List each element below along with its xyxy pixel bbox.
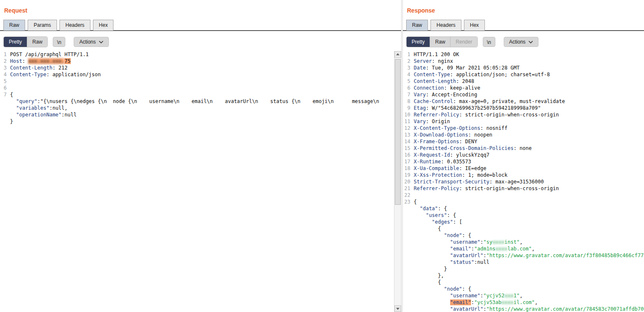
line-text: X-Ua-Compatible: IE=edge (414, 165, 486, 172)
line-number (403, 212, 414, 219)
line-number: 4 (403, 71, 414, 78)
code-line: 7Vary: Accept-Encoding (403, 91, 644, 98)
request-raw-button[interactable]: Raw (27, 37, 47, 47)
line-text: HTTP/1.1 200 OK (414, 51, 459, 58)
request-editor[interactable]: 1POST /api/graphql HTTP/1.12Host: xxx.xx… (0, 51, 394, 312)
code-line: } (0, 118, 394, 125)
line-number: 11 (403, 118, 414, 125)
line-text: X-Xss-Protection: 1; mode=block (414, 172, 507, 178)
response-editor[interactable]: 1HTTP/1.1 200 OK2Server: nginx3Date: Tue… (403, 51, 644, 312)
line-text: X-Request-Id: ylucskYzqq7 (414, 152, 489, 158)
line-number: 7 (403, 91, 414, 98)
line-number: 18 (403, 165, 414, 172)
line-number (403, 205, 414, 212)
request-pretty-button[interactable]: Pretty (4, 37, 27, 47)
code-line: "status":null (403, 259, 644, 266)
code-line: "operationName":null (0, 111, 394, 118)
line-number: 22 (403, 192, 414, 199)
line-text: "email":"adm1nsxxxxlab.com", (414, 245, 535, 252)
line-text: X-Frame-Options: DENY (414, 138, 477, 145)
line-text: "username":"ycjv52xxx1", (414, 292, 523, 299)
code-line: 7{ (0, 91, 394, 98)
line-text: "avatarUrl":"https://www.gravatar.com/av… (414, 252, 644, 259)
request-newline-toggle-button[interactable]: \n (53, 37, 65, 47)
response-newline-toggle-button[interactable]: \n (483, 37, 495, 47)
line-number: 10 (403, 111, 414, 118)
request-vertical-scrollbar[interactable] (394, 51, 401, 312)
actions-label: Actions (79, 37, 95, 47)
response-view-mode-group: Pretty Raw Render (406, 36, 478, 47)
line-text: Vary: Accept-Encoding (414, 91, 477, 98)
tab-label: Raw (412, 22, 422, 28)
line-number: 15 (403, 145, 414, 152)
scroll-down-button[interactable] (394, 305, 401, 312)
line-text: Etag: W/"54c682699637b2507b5942189998a70… (414, 105, 541, 111)
line-text: Date: Tue, 09 Mar 2021 05:05:28 GMT (414, 64, 520, 71)
code-line: 23{ (403, 199, 644, 205)
line-text: "users": { (414, 212, 456, 219)
code-line: 21Referrer-Policy: strict-origin-when-cr… (403, 185, 644, 192)
response-actions-button[interactable]: Actions (504, 37, 538, 47)
line-text: "node": { (414, 232, 471, 239)
line-text: Connection: keep-alive (414, 85, 480, 91)
arrow-up-icon (396, 53, 399, 55)
code-line: 12X-Content-Type-Options: nosniff (403, 125, 644, 132)
code-line: 4Content-Type: application/json (0, 71, 394, 78)
line-number (403, 292, 414, 299)
line-number: 2 (0, 58, 10, 64)
line-number (403, 266, 414, 272)
line-number (0, 111, 10, 118)
request-tab-headers[interactable]: Headers (59, 20, 90, 31)
line-number: 5 (0, 78, 10, 85)
line-number: 3 (403, 64, 414, 71)
request-tab-params[interactable]: Params (28, 20, 57, 31)
line-text: Content-Type: application/json; charset=… (414, 71, 550, 78)
code-line: { (403, 225, 644, 232)
code-line: { (403, 279, 644, 286)
request-tab-raw[interactable]: Raw (3, 20, 25, 31)
line-text: }, (414, 272, 444, 279)
scroll-up-button[interactable] (394, 51, 401, 58)
line-number: 13 (403, 132, 414, 138)
response-tabstrip: Raw Headers Hex (403, 19, 644, 31)
request-tabstrip: Raw Params Headers Hex (0, 19, 401, 31)
response-tab-raw[interactable]: Raw (406, 20, 428, 31)
line-text: Host: xxx.xxx.xxx.75 (10, 58, 71, 64)
line-text: "status":null (414, 259, 489, 266)
line-text: "operationName":null (10, 111, 77, 118)
line-number (403, 245, 414, 252)
request-title: Request (4, 7, 27, 14)
response-tab-hex[interactable]: Hex (464, 20, 484, 31)
code-line: 14X-Frame-Options: DENY (403, 138, 644, 145)
line-text: "variables":null, (10, 105, 67, 111)
line-number (403, 299, 414, 306)
line-text: X-Permitted-Cross-Domain-Policies: none (414, 145, 532, 152)
line-number: 8 (403, 98, 414, 105)
code-line: 8Cache-Control: max-age=0, private, must… (403, 98, 644, 105)
code-line: 5 (0, 78, 394, 85)
actions-label: Actions (509, 37, 526, 47)
code-line: 10Referrer-Policy: strict-origin-when-cr… (403, 111, 644, 118)
code-line: "avatarUrl":"https://www.gravatar.com/av… (403, 252, 644, 259)
request-tab-hex[interactable]: Hex (93, 20, 113, 31)
response-pretty-button[interactable]: Pretty (407, 37, 430, 47)
code-line: "node": { (403, 286, 644, 292)
line-text: POST /api/graphql HTTP/1.1 (10, 51, 89, 58)
response-tab-headers[interactable]: Headers (430, 20, 461, 31)
line-number (403, 259, 414, 266)
line-number: 3 (0, 64, 10, 71)
response-raw-button[interactable]: Raw (430, 37, 450, 47)
scrollbar-thumb[interactable] (395, 59, 401, 205)
line-number: 12 (403, 125, 414, 132)
code-line: 2Server: nginx (403, 58, 644, 64)
code-line: 11Vary: Origin (403, 118, 644, 125)
request-actions-button[interactable]: Actions (74, 37, 108, 47)
line-text: Content-Length: 212 (10, 64, 67, 71)
line-number: 5 (403, 78, 414, 85)
code-line: 6Connection: keep-alive (403, 85, 644, 91)
request-view-mode-group: Pretty Raw (3, 36, 48, 47)
code-line: 15X-Permitted-Cross-Domain-Policies: non… (403, 145, 644, 152)
line-number (403, 286, 414, 292)
code-line: "username":"ycjv52xxx1", (403, 292, 644, 299)
line-number (403, 232, 414, 239)
